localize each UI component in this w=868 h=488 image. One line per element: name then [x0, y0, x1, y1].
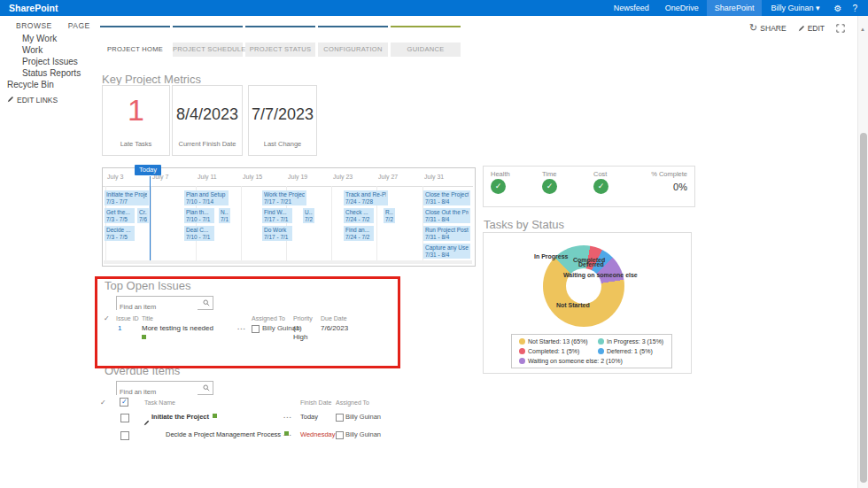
- timeline-task[interactable]: N...7/1: [219, 208, 230, 223]
- task-assigned-to: Billy Guinan: [345, 430, 381, 438]
- metric-value: 7/7/2023: [249, 105, 316, 124]
- timeline-task[interactable]: Plan and Setup th...7/10 - 7/14: [184, 190, 229, 205]
- ribbon-tab-browse[interactable]: BROWSE: [16, 21, 52, 30]
- issue-id-link[interactable]: 1: [118, 324, 121, 332]
- metric-value: 1: [103, 93, 169, 128]
- legend-dot: [519, 348, 525, 354]
- ribbon-bar: BROWSEPAGE ↻SHARE EDIT: [0, 16, 868, 40]
- edit-button[interactable]: EDIT: [798, 24, 825, 33]
- timeline-task[interactable]: Capture any Usef...7/31 - 8/4: [423, 244, 470, 259]
- issues-column-priority[interactable]: Priority: [293, 315, 313, 321]
- task-dates: 7/1: [221, 216, 229, 223]
- issues-column-issue-id[interactable]: Issue ID: [116, 315, 139, 321]
- issues-column-assigned-to[interactable]: Assigned To: [252, 315, 285, 321]
- timeline-task[interactable]: Plan th...7/10 - 7/1: [184, 208, 214, 223]
- timeline-task[interactable]: R...7/2: [384, 208, 395, 223]
- focus-on-content-button[interactable]: [836, 24, 845, 33]
- task-checkbox[interactable]: [120, 431, 129, 440]
- legend-dot: [598, 338, 604, 345]
- sidebar-item-status-reports[interactable]: Status Reports: [22, 68, 81, 78]
- overdue-column-assigned-to[interactable]: Assigned To: [336, 399, 369, 406]
- help-icon[interactable]: ?: [847, 4, 863, 13]
- task-dates: 7/17 - 7/21: [264, 198, 305, 205]
- tab-project-home[interactable]: PROJECT HOME: [100, 43, 170, 57]
- assigned-checkbox[interactable]: [336, 431, 344, 439]
- timeline-task[interactable]: Decide ...7/3 - 7/5: [105, 226, 135, 241]
- task-dates: 7/31 - 8/4: [425, 216, 469, 223]
- select-all-checkbox[interactable]: ✓: [120, 398, 128, 407]
- sidebar-item-my-work[interactable]: My Work: [22, 34, 57, 43]
- issues-column-title[interactable]: Title: [142, 315, 153, 321]
- timeline-axis-label: July 19: [288, 174, 307, 180]
- sidebar-item-work[interactable]: Work: [22, 45, 43, 55]
- timeline-header-divider: [103, 186, 473, 187]
- suite-nav-newsfeed[interactable]: Newsfeed: [606, 0, 657, 16]
- timeline-task[interactable]: Find W...7/17 - 7/1: [262, 208, 292, 223]
- ribbon-tab-page[interactable]: PAGE: [68, 21, 90, 30]
- chart-legend: Not Started: 13 (65%)In Progress: 3 (15%…: [511, 334, 672, 368]
- timeline-axis-label: July 23: [333, 174, 353, 180]
- scroll-thumb[interactable]: [860, 133, 867, 483]
- tab-project-status[interactable]: PROJECT STATUS: [245, 43, 315, 57]
- task-title: Check ...: [345, 209, 372, 216]
- donut-slice-label: Not Started: [556, 302, 590, 308]
- timeline-task[interactable]: Get the...7/3 - 7/5: [105, 208, 135, 223]
- tab-project-schedule[interactable]: PROJECT SCHEDULE: [173, 43, 243, 57]
- timeline-scrollbar[interactable]: [104, 260, 472, 264]
- sidebar-item-edit-links[interactable]: EDIT LINKS: [7, 96, 58, 105]
- user-menu[interactable]: Billy Guinan ▾: [762, 0, 828, 16]
- search-icon[interactable]: [203, 384, 210, 391]
- task-title: Initiate the Project: [106, 191, 147, 198]
- assigned-checkbox[interactable]: [336, 414, 344, 422]
- assigned-checkbox[interactable]: [252, 325, 260, 333]
- timeline-task[interactable]: Close Out the Proj...7/31 - 8/4: [423, 208, 470, 223]
- timeline-task[interactable]: Check ...7/24 - 7/2: [344, 208, 374, 223]
- timeline-task[interactable]: Run Project Post-...7/31 - 8/4: [423, 226, 470, 241]
- timeline-task[interactable]: Work the Project7/17 - 7/21: [262, 190, 306, 205]
- tab-accent-line: [391, 26, 461, 27]
- gear-icon[interactable]: ⚙: [828, 4, 847, 13]
- sidebar-item-project-issues[interactable]: Project Issues: [22, 57, 78, 66]
- timeline-axis-label: July 31: [424, 174, 444, 180]
- search-icon[interactable]: [203, 299, 210, 306]
- overdue-search-input[interactable]: [117, 387, 198, 398]
- tab-accent-line: [173, 26, 243, 27]
- timeline-task[interactable]: Do Work7/17 - 7/1: [262, 226, 292, 241]
- suite-nav-sharepoint[interactable]: SharePoint: [707, 0, 763, 16]
- task-dates: 7/3 - 7/7: [106, 198, 147, 205]
- metric-card-last-change: 7/7/2023Last Change: [248, 85, 317, 156]
- scroll-up-arrow[interactable]: ▲: [860, 27, 865, 32]
- share-button[interactable]: ↻SHARE: [749, 22, 787, 34]
- task-ellipsis-menu[interactable]: ...: [283, 412, 292, 420]
- issue-ellipsis-menu[interactable]: ...: [237, 323, 246, 331]
- overdue-task-name[interactable]: Decide a Project Management Process: [166, 430, 281, 438]
- legend-item: Waiting on someone else: 2 (10%): [519, 358, 623, 364]
- issues-column-due-date[interactable]: Due Date: [321, 315, 347, 321]
- legend-label: In Progress: 3 (15%): [607, 338, 663, 345]
- today-line: [150, 176, 151, 260]
- sidebar-item-recycle-bin[interactable]: Recycle Bin: [7, 80, 54, 89]
- task-dates: 7/24 - 7/2: [345, 234, 372, 241]
- timeline-task[interactable]: Find an...7/24 - 7/2: [344, 226, 374, 241]
- tab-guidance[interactable]: GUIDANCE: [391, 43, 461, 57]
- timeline-task[interactable]: Close the Project7/31 - 8/4: [423, 190, 470, 205]
- timeline-task[interactable]: Cr...7/6: [137, 208, 149, 223]
- pencil-icon: [798, 25, 805, 32]
- overdue-column-task-name[interactable]: Task Name: [144, 399, 175, 406]
- tab-configuration[interactable]: CONFIGURATION: [318, 43, 388, 57]
- issue-priority-2: High: [293, 333, 307, 341]
- timeline-task[interactable]: Deal C...7/10 - 7/1: [184, 226, 214, 241]
- legend-item: Not Started: 13 (65%): [519, 338, 588, 345]
- issue-title[interactable]: More testing is needed: [142, 324, 213, 332]
- suite-nav-onedrive[interactable]: OneDrive: [657, 0, 707, 16]
- issues-search-input[interactable]: [117, 302, 198, 313]
- timeline-task[interactable]: U...7/2: [303, 208, 314, 223]
- timeline-task[interactable]: Initiate the Project7/3 - 7/7: [105, 190, 149, 205]
- overdue-task-name[interactable]: Initiate the Project: [151, 413, 209, 421]
- task-checkbox[interactable]: [120, 414, 129, 422]
- overdue-column-finish-date[interactable]: Finish Date: [300, 399, 331, 406]
- complete-label: % Complete: [651, 170, 687, 178]
- task-ellipsis-menu[interactable]: ...: [283, 430, 292, 438]
- timeline-task[interactable]: Track and Re-Plan...7/24 - 7/28: [344, 190, 388, 205]
- timeline-axis-label: July 3: [107, 174, 123, 180]
